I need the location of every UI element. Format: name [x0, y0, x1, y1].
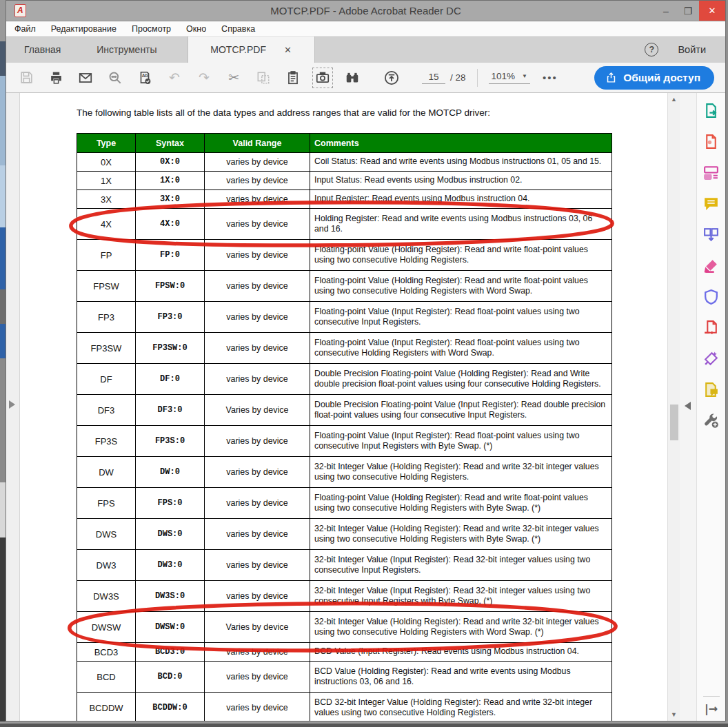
help-icon[interactable]: ?	[645, 43, 658, 57]
cell-comments: 32-bit Integer Value (Holding Register):…	[310, 612, 612, 643]
right-pane-strip	[680, 93, 696, 721]
fill-sign-icon[interactable]	[702, 256, 720, 274]
table-row: BCDDWBCDDW:0varies by deviceBCD 32-bit I…	[77, 693, 612, 721]
share-icon	[605, 72, 617, 83]
tab-bar: Главная Инструменты MOTCP.PDF ✕ ? Войти	[6, 37, 725, 63]
svg-text:Ab: Ab	[142, 73, 148, 78]
search-zoom-icon[interactable]	[106, 69, 124, 87]
cell-type: 0X	[77, 153, 136, 172]
cell-type: DW	[77, 457, 136, 488]
cell-syntax: FPS:0	[136, 488, 205, 519]
table-row: 1X1X:0varies by deviceInput Status: Read…	[77, 172, 612, 190]
cell-valid-range: varies by device	[205, 693, 310, 721]
left-pane-toggle-icon[interactable]	[9, 400, 15, 409]
title-bar: MOTCP.PDF - Adobe Acrobat Reader DC – ❐ …	[6, 1, 725, 21]
share-button[interactable]: Общий доступ	[594, 66, 714, 90]
cell-syntax: DW:0	[136, 457, 205, 488]
tab-home[interactable]: Главная	[6, 37, 79, 63]
cell-syntax: FP:0	[136, 240, 205, 271]
cell-valid-range: varies by device	[205, 153, 310, 172]
menu-view[interactable]: Просмотр	[132, 24, 171, 34]
maximize-button[interactable]: ❐	[677, 1, 699, 21]
cell-comments: Double Precision Floating-point Value (I…	[310, 395, 612, 426]
page-number-input[interactable]: 15	[422, 72, 445, 84]
protect-icon[interactable]	[702, 287, 720, 305]
snapshot-camera-icon[interactable]	[314, 69, 332, 87]
cell-valid-range: varies by device	[205, 302, 310, 333]
sign-in-link[interactable]: Войти	[678, 44, 706, 55]
cell-syntax: 0X:0	[136, 153, 205, 172]
expand-pane-icon[interactable]: |→	[705, 702, 718, 715]
cell-comments: Input Register: Read events using Modbus…	[310, 190, 612, 209]
doc-check-icon[interactable]: Ab	[136, 69, 154, 87]
tab-document[interactable]: MOTCP.PDF ✕	[188, 37, 315, 63]
comment-icon[interactable]	[702, 194, 720, 212]
tab-close-icon[interactable]: ✕	[284, 45, 292, 55]
menu-help[interactable]: Справка	[221, 24, 255, 34]
zoom-control[interactable]: 101% ▼	[489, 71, 530, 84]
tools-sidebar: |→	[696, 93, 725, 721]
vertical-scrollbar[interactable]: ▲ ▼	[667, 93, 680, 721]
cell-valid-range: varies by device	[205, 643, 310, 662]
cell-syntax: DWSW:0	[136, 612, 205, 643]
edit-pdf-icon[interactable]	[702, 163, 720, 181]
table-body: 0X0X:0varies by deviceCoil Status: Read …	[77, 153, 612, 721]
menu-file[interactable]: Файл	[14, 24, 36, 34]
header-comments: Comments	[310, 134, 612, 153]
scroll-up-icon[interactable]: ▲	[668, 96, 680, 103]
cell-type: FPSW	[77, 271, 136, 302]
table-row: 3X3X:0varies by deviceInput Register: Re…	[77, 190, 612, 209]
menu-window[interactable]: Окно	[186, 24, 206, 34]
request-signatures-icon[interactable]	[702, 380, 720, 398]
cell-type: DWS	[77, 519, 136, 550]
cell-syntax: FP3:0	[136, 302, 205, 333]
cell-type: FP3SW	[77, 333, 136, 364]
undo-icon[interactable]: ↶	[165, 69, 183, 87]
pdf-page: The following table lists all of the dat…	[20, 93, 667, 721]
cell-syntax: BCDDW:0	[136, 693, 205, 721]
scroll-down-icon[interactable]: ▼	[668, 711, 680, 718]
cell-type: BCDDW	[77, 693, 136, 721]
table-row: BCD3BCD3:0varies by deviceBCD Value (Inp…	[77, 643, 612, 662]
cell-syntax: BCD3:0	[136, 643, 205, 662]
create-pdf-icon[interactable]	[702, 132, 720, 150]
print-icon[interactable]	[47, 69, 65, 87]
email-icon[interactable]	[77, 69, 94, 87]
cell-syntax: DW3:0	[136, 550, 205, 581]
compress-pdf-icon[interactable]	[702, 318, 720, 336]
scrollbar-thumb[interactable]	[670, 405, 678, 440]
redo-icon[interactable]: ↷	[195, 69, 213, 87]
export-pdf-icon[interactable]	[702, 101, 720, 119]
header-syntax: Syntax	[136, 134, 205, 153]
left-nav-pane	[6, 93, 20, 721]
cell-comments: Floating-point Value (Input Register): R…	[310, 426, 612, 457]
cell-comments: Floating-point Value (Holding Register):…	[310, 488, 612, 519]
cell-valid-range: Varies by device	[205, 612, 310, 643]
right-pane-toggle-icon[interactable]	[685, 402, 691, 410]
combine-files-icon[interactable]	[702, 225, 720, 243]
save-icon[interactable]	[17, 69, 35, 87]
cell-syntax: DF3:0	[136, 395, 205, 426]
cell-comments: Floating-point Value (Input Register): R…	[310, 333, 612, 364]
certificates-icon[interactable]	[702, 349, 720, 367]
cell-syntax: 3X:0	[136, 190, 205, 209]
cell-type: DF3	[77, 395, 136, 426]
cell-valid-range: varies by device	[205, 333, 310, 364]
cell-syntax: FPSW:0	[136, 271, 205, 302]
clipboard-icon[interactable]	[284, 69, 302, 87]
table-row: 0X0X:0varies by deviceCoil Status: Read …	[77, 153, 612, 172]
copy-pages-icon[interactable]	[254, 69, 272, 87]
more-tools-icon[interactable]	[702, 411, 720, 429]
binoculars-icon[interactable]	[343, 69, 361, 87]
cell-comments: Holding Register: Read and write events …	[310, 209, 612, 240]
scroll-mode-icon[interactable]	[383, 69, 401, 87]
table-row: FP3SWFP3SW:0varies by deviceFloating-poi…	[77, 333, 612, 364]
cell-type: FPS	[77, 488, 136, 519]
share-button-label: Общий доступ	[623, 72, 700, 84]
more-tools-menu[interactable]: •••	[543, 72, 558, 83]
minimize-button[interactable]: –	[655, 1, 677, 21]
cut-icon[interactable]: ✂	[225, 69, 243, 87]
tab-tools[interactable]: Инструменты	[79, 37, 174, 63]
close-button[interactable]: ✕	[699, 1, 725, 21]
menu-edit[interactable]: Редактирование	[51, 24, 117, 34]
